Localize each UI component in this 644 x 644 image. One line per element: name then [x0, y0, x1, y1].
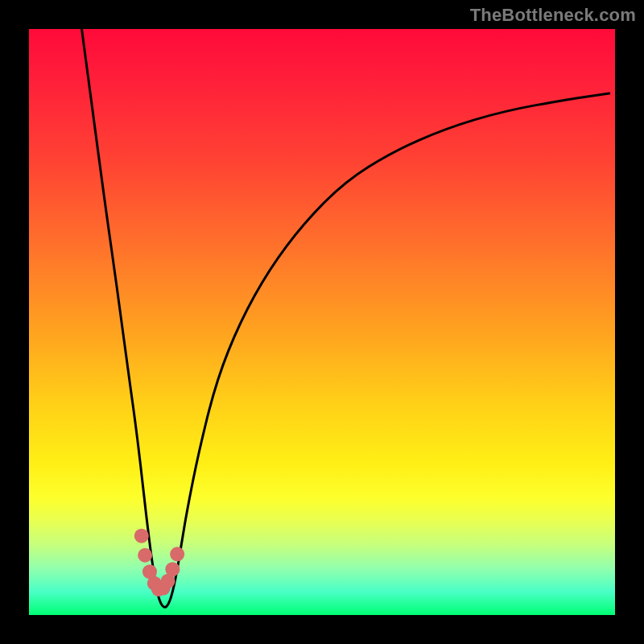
curve-path	[82, 29, 609, 607]
chart-frame: TheBottleneck.com	[0, 0, 644, 644]
series-container	[82, 29, 609, 607]
chart-svg	[29, 29, 615, 615]
highlight-dot	[170, 547, 184, 561]
plot-area	[29, 29, 615, 615]
watermark-text: TheBottleneck.com	[470, 5, 636, 26]
highlight-dot	[134, 529, 149, 543]
highlight-dot	[165, 562, 180, 576]
highlight-dot	[138, 548, 152, 563]
